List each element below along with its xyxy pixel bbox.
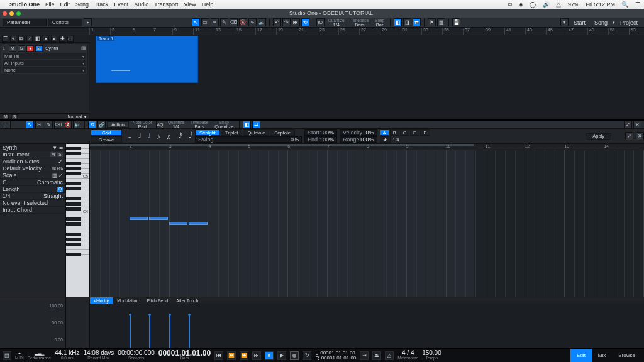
arrange-lanes[interactable]: Track 1 — [89, 35, 644, 119]
inspector-scale[interactable]: Scale▥ ✓ — [0, 172, 65, 179]
rewind-button[interactable]: ⏮ — [214, 351, 223, 360]
marker-icon[interactable]: ⚑ — [428, 18, 436, 26]
chevron-down-icon[interactable]: ▾ — [613, 20, 615, 25]
sixteenth-note-icon[interactable]: ♬ — [165, 131, 172, 142]
folder-icon[interactable]: ▭ — [67, 36, 74, 42]
autoscroll-icon[interactable]: ⟲ — [301, 18, 309, 26]
bend-tool[interactable]: ∿ — [248, 18, 257, 26]
iq-icon[interactable]: IQ — [316, 18, 325, 26]
ed-listen-tool[interactable]: 🔈 — [73, 121, 81, 129]
arrow-tool[interactable]: ↖ — [192, 18, 200, 26]
menu-file[interactable]: File — [45, 1, 55, 8]
menu-song[interactable]: Song — [75, 1, 89, 8]
start-field[interactable]: Start100% — [304, 129, 337, 136]
end-field[interactable]: End100% — [304, 136, 337, 143]
ed-link-icon[interactable]: 🔗 — [97, 121, 106, 129]
expand-all-icon[interactable]: ▸ — [51, 36, 57, 42]
circle-icon[interactable]: ◯ — [530, 1, 536, 8]
menu-audio[interactable]: Audio — [134, 1, 148, 8]
volume-icon[interactable]: 🔊 — [543, 1, 550, 8]
search-icon[interactable]: 🔍 — [621, 1, 628, 8]
inspector-length-value[interactable]: 1/4Straight — [0, 193, 65, 200]
menu-track[interactable]: Track — [94, 1, 108, 8]
action-menu[interactable]: Action — [107, 121, 129, 128]
menu-view[interactable]: View — [184, 1, 196, 8]
monitor-button[interactable]: 🔈 — [35, 45, 43, 52]
start-page-link[interactable]: Start — [570, 19, 589, 26]
piano-icon[interactable]: ▥ — [81, 45, 86, 51]
split-tool[interactable]: ✂ — [211, 18, 219, 26]
grid-icon[interactable]: ▦ — [437, 18, 445, 26]
groove-tab[interactable]: Groove — [91, 136, 122, 143]
whole-note-icon[interactable]: 𝅝 — [125, 131, 132, 142]
sync-icon[interactable]: ◈ — [519, 1, 523, 8]
thirtysecond-note-icon[interactable]: 𝅘𝅥𝅰 — [175, 131, 182, 142]
solo-button[interactable]: S — [18, 45, 25, 52]
velocity-plot[interactable]: Velocity Modulation Pitch Bend After Tou… — [90, 297, 644, 348]
range-tool[interactable]: ▭ — [201, 18, 209, 26]
close-icon[interactable] — [3, 11, 7, 16]
record-button[interactable] — [290, 351, 299, 360]
duplicate-icon[interactable]: ⧉ — [18, 36, 25, 42]
loop-button[interactable]: ↻ — [303, 351, 311, 360]
sixtyfourth-note-icon[interactable]: 𝅘𝅥𝅱 — [185, 131, 192, 142]
listen-tool[interactable]: 🔈 — [258, 18, 266, 26]
tab-aftertouch[interactable]: After Touch — [172, 297, 202, 304]
output-slot[interactable]: None — [3, 67, 86, 73]
control-field[interactable]: Control — [48, 19, 82, 26]
add-track-icon[interactable]: + — [10, 36, 16, 42]
arrange-ruler[interactable]: 1357911131517192123252729313335373941434… — [0, 28, 644, 35]
redo-icon[interactable]: ↷ — [282, 18, 291, 26]
preroll-icon[interactable]: ⏏ — [372, 351, 381, 360]
mode-quintole[interactable]: Quintole — [243, 129, 269, 136]
ed-snap-on[interactable]: ◧ — [243, 121, 251, 129]
fast-forward-button[interactable]: ⏩ — [240, 351, 248, 360]
play-button[interactable]: ▶ — [277, 351, 286, 360]
fast-rewind-button[interactable]: ⏪ — [227, 351, 236, 360]
editor-menu-icon[interactable]: ☰ — [3, 121, 11, 129]
arrow-down-icon[interactable]: ▾ — [560, 18, 569, 26]
zoom-label[interactable]: Normal — [67, 114, 82, 119]
preset-c[interactable]: C — [400, 129, 409, 136]
mute-tool[interactable]: 🔇 — [239, 18, 247, 26]
save-icon[interactable]: 💾 — [452, 18, 460, 26]
bars-beats[interactable]: 00001.01.01.00Bars — [158, 351, 211, 361]
snap-setting[interactable]: SnapBar — [372, 18, 387, 27]
velocity-bar[interactable] — [130, 315, 131, 348]
track-name[interactable]: Synth — [44, 45, 80, 51]
midi-note[interactable] — [130, 217, 148, 220]
record-arm-button[interactable]: ● — [26, 45, 34, 52]
track-row[interactable]: 1 M S ● 🔈 Synth ▥ Mai Tai All Inputs Non… — [1, 43, 88, 74]
menu-help[interactable]: Help — [202, 1, 214, 8]
inspector-scale-mode[interactable]: CChromatic — [0, 179, 65, 186]
menu-transport[interactable]: Transport — [154, 1, 178, 8]
menu-event[interactable]: Event — [114, 1, 128, 8]
zoom-icon[interactable] — [16, 11, 21, 16]
collapse-icon[interactable]: ▾ — [43, 36, 49, 42]
ed-autoscroll-icon[interactable]: ⟲ — [88, 121, 96, 129]
performance-meter[interactable]: ▂▃▁Performance — [28, 351, 51, 361]
menu-icon[interactable]: ☰ — [635, 1, 640, 8]
global-mute[interactable]: M — [3, 114, 9, 119]
preset-d[interactable]: D — [410, 129, 419, 136]
mac-app-name[interactable]: Studio One — [9, 1, 40, 8]
project-page-link[interactable]: Project — [616, 19, 641, 26]
chevron-down-icon[interactable]: ▾ — [84, 114, 86, 119]
preset-e[interactable]: E — [420, 129, 430, 136]
traffic-lights[interactable] — [3, 11, 21, 16]
eighth-note-icon[interactable]: ♪ — [155, 131, 162, 142]
metronome-button[interactable]: △ — [385, 351, 394, 360]
midi-note[interactable] — [189, 222, 207, 225]
q-expand-icon[interactable]: ⤢ — [625, 132, 633, 140]
ed-close-icon[interactable]: ✕ — [633, 121, 641, 129]
apply-button[interactable]: Apply — [586, 133, 611, 140]
velocity-bar[interactable] — [149, 315, 150, 348]
inspector-length[interactable]: LengthQ — [0, 186, 65, 193]
mode-straight[interactable]: Straight — [195, 129, 220, 136]
menu-edit[interactable]: Edit — [60, 1, 70, 8]
undo-icon[interactable]: ↶ — [273, 18, 281, 26]
tab-velocity[interactable]: Velocity — [90, 297, 113, 304]
wifi-icon[interactable]: ⧋ — [556, 1, 561, 8]
automation-icon[interactable]: ⟋ — [26, 36, 33, 42]
half-note-icon[interactable]: 𝅗𝅥 — [135, 131, 142, 142]
